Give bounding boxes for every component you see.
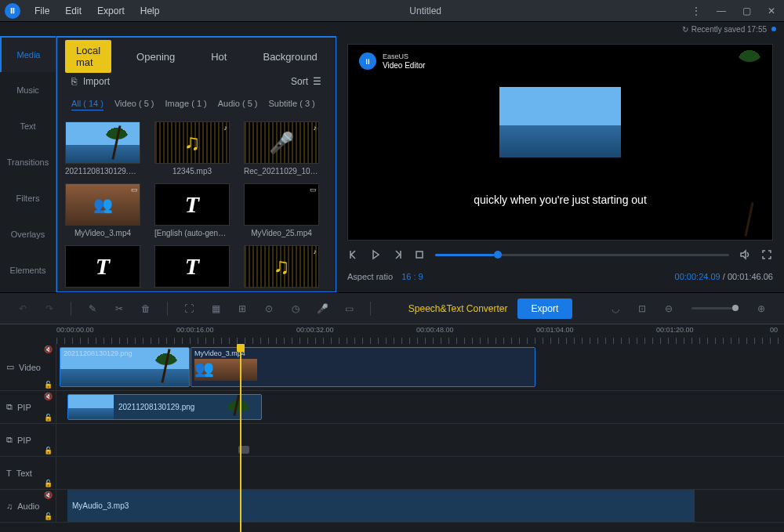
filter-video[interactable]: Video ( 5 )	[114, 99, 154, 110]
cat-background[interactable]: Background	[252, 46, 328, 67]
mute-icon[interactable]: 🔇	[44, 491, 53, 499]
preview-panel: ⏸ EaseUS Video Editor quickly when you'r…	[336, 36, 784, 292]
clip-video[interactable]: MyVideo_3.mp4	[191, 347, 535, 387]
track-content[interactable]: 20211208130129.png	[56, 391, 784, 423]
lock-icon[interactable]: 🔓	[44, 414, 53, 422]
menu-file[interactable]: File	[27, 5, 57, 16]
zoom-slider[interactable]	[691, 307, 739, 309]
tab-overlays[interactable]: Overlays	[0, 216, 56, 252]
tab-music[interactable]: Music	[0, 72, 56, 108]
media-item[interactable]: T	[154, 245, 230, 291]
cat-hot[interactable]: Hot	[200, 46, 238, 67]
media-item[interactable]: ▭ MyVideo_3.mp4	[65, 183, 140, 237]
import-button[interactable]: ⎘ Import	[71, 76, 110, 87]
tab-transitions[interactable]: Transitions	[0, 144, 56, 180]
track-content[interactable]: MyAudio_3.mp3	[56, 490, 784, 522]
media-panel: Local mat Opening Hot Background ⎘ Impor…	[56, 36, 336, 292]
total-time: 00:01:46.06	[728, 272, 773, 281]
app-icon: ⏸	[5, 3, 20, 19]
track-audio: ♫ Audio 🔇 🔓 MyAudio_3.mp3	[0, 490, 784, 523]
current-time: 00:00:24.09	[675, 272, 720, 281]
aspect-value[interactable]: 16 : 9	[401, 272, 423, 281]
screenshot-button[interactable]: ▭	[340, 300, 358, 317]
filter-audio[interactable]: Audio ( 5 )	[218, 99, 258, 110]
media-item[interactable]: ▭ MyVideo_25.mp4	[244, 183, 319, 237]
delete-button[interactable]: 🗑	[137, 300, 154, 317]
track-pip: ⧉ PIP 🔇 🔓 20211208130129.png	[0, 391, 784, 424]
split-button[interactable]: ✂	[111, 300, 128, 317]
tab-elements[interactable]: Elements	[0, 252, 56, 288]
track-content[interactable]	[56, 457, 784, 489]
menu-export[interactable]: Export	[89, 5, 132, 16]
timeline-ruler[interactable]: 00:00:00.00 00:00:16.00 00:00:32.00 00:0…	[0, 324, 784, 344]
filter-image[interactable]: Image ( 1 )	[165, 99, 207, 110]
mute-icon[interactable]: 🔇	[44, 393, 53, 400]
fullscreen-button[interactable]	[760, 248, 773, 261]
volume-button[interactable]	[739, 248, 751, 261]
media-item[interactable]: 🎤♪ Rec_20211029_1031...	[244, 121, 319, 176]
speech-text-link[interactable]: Speech&Text Converter	[408, 303, 508, 314]
maximize-icon[interactable]: ▢	[734, 0, 759, 22]
zoom-out-button[interactable]: ⊖	[660, 300, 677, 317]
thumbnail-video: ▭	[65, 183, 140, 226]
mosaic-button[interactable]: ▦	[207, 300, 224, 317]
undo-button[interactable]: ↶	[14, 300, 31, 317]
marker-button[interactable]: ◡	[607, 300, 624, 317]
tab-text[interactable]: Text	[0, 108, 56, 144]
media-item[interactable]: T [English (auto-gener...	[154, 183, 230, 237]
lock-icon[interactable]: 🔓	[44, 480, 53, 487]
media-item[interactable]: 20211208130129.png	[65, 121, 140, 176]
media-grid: 20211208130129.png ♫♪ 12345.mp3 🎤♪ Rec_2…	[57, 115, 336, 291]
sort-icon: ☰	[313, 76, 321, 87]
cat-local[interactable]: Local mat	[65, 40, 111, 73]
menu-edit[interactable]: Edit	[57, 5, 89, 16]
tab-media[interactable]: Media	[0, 36, 56, 72]
play-button[interactable]	[369, 248, 382, 261]
crop-button[interactable]: ⛶	[180, 300, 198, 317]
thumbnail-video: ▭	[244, 183, 319, 226]
video-preview[interactable]: ⏸ EaseUS Video Editor quickly when you'r…	[347, 44, 773, 241]
text-track-icon: T	[6, 469, 12, 478]
filter-all[interactable]: All ( 14 )	[71, 99, 103, 110]
track-content[interactable]	[56, 424, 784, 456]
fit-button[interactable]: ⊡	[633, 300, 651, 317]
lock-icon[interactable]: 🔓	[44, 447, 53, 454]
media-item[interactable]: ♫♪ 12345.mp3	[154, 121, 230, 176]
svg-rect-0	[416, 252, 423, 258]
lock-icon[interactable]: 🔓	[44, 381, 53, 389]
redo-button[interactable]: ↷	[41, 300, 58, 317]
cat-opening[interactable]: Opening	[125, 46, 186, 67]
media-item[interactable]: T	[65, 245, 140, 291]
clip-pip[interactable]: 20211208130129.png	[67, 394, 262, 420]
clip-audio[interactable]: MyAudio_3.mp3	[67, 490, 695, 522]
filter-subtitle[interactable]: Subtitle ( 3 )	[268, 99, 314, 110]
tab-filters[interactable]: Filters	[0, 180, 56, 216]
track-video: ▭ Video 🔇 🔓 20211208130129.png MyVideo_3…	[0, 344, 784, 391]
timeline: ▭ Video 🔇 🔓 20211208130129.png MyVideo_3…	[0, 344, 784, 523]
stop-button[interactable]	[413, 248, 426, 261]
lock-icon[interactable]: 🔓	[44, 512, 53, 520]
prev-frame-button[interactable]	[347, 248, 360, 261]
apps-button[interactable]: ⊞	[234, 300, 251, 317]
voiceover-button[interactable]: 🎤	[314, 300, 331, 317]
menu-help[interactable]: Help	[132, 5, 168, 16]
duration-button[interactable]: ◷	[287, 300, 304, 317]
mute-icon[interactable]: 🔇	[44, 346, 53, 353]
window-title: Untitled	[167, 5, 684, 16]
sort-button[interactable]: Sort ☰	[291, 76, 321, 87]
more-icon[interactable]: ⋮	[684, 0, 709, 22]
minimize-icon[interactable]: —	[709, 0, 734, 22]
playhead[interactable]	[240, 344, 241, 532]
close-icon[interactable]: ✕	[759, 0, 784, 22]
next-frame-button[interactable]	[391, 248, 404, 261]
record-button[interactable]: ⊙	[260, 300, 278, 317]
progress-slider[interactable]	[435, 254, 729, 256]
brand-logo-icon: ⏸	[359, 52, 376, 70]
zoom-in-button[interactable]: ⊕	[753, 300, 770, 317]
export-button[interactable]: Export	[517, 299, 573, 319]
track-content[interactable]: 20211208130129.png MyVideo_3.mp4	[56, 344, 784, 390]
media-item[interactable]: ♫♪	[244, 245, 319, 291]
clip-video[interactable]: 20211208130129.png	[60, 347, 190, 387]
edit-button[interactable]: ✎	[84, 300, 101, 317]
thumbnail-subtitle: T	[65, 245, 140, 288]
